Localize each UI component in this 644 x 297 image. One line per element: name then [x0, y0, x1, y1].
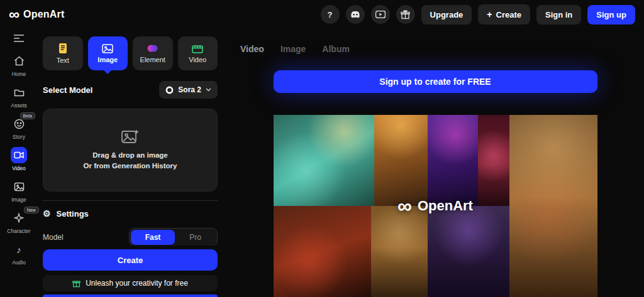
top-header: ∞ OpenArt ? Upgrade + Create	[0, 0, 644, 29]
panel-divider	[43, 200, 218, 201]
showcase-collage: ∞ OpenArt	[274, 115, 597, 297]
speed-option-pro[interactable]: Pro	[175, 230, 216, 245]
collage-image-red-dress-woman	[274, 206, 371, 297]
discord-button[interactable]	[346, 5, 365, 24]
select-model-label: Select Model	[43, 85, 92, 95]
settings-heading: Settings	[57, 209, 89, 219]
model-row-label: Model	[43, 233, 64, 242]
green-gift-icon	[72, 279, 80, 288]
help-button[interactable]: ?	[321, 5, 340, 24]
hamburger-icon	[13, 34, 25, 43]
folder-icon	[11, 84, 27, 100]
dropzone-line1: Drag & drop an image	[92, 150, 168, 161]
gallery-tab-image[interactable]: Image	[280, 44, 306, 54]
tab-text[interactable]: Text	[43, 36, 83, 70]
image-icon	[11, 178, 27, 195]
logo-text: OpenArt	[23, 9, 64, 20]
sidebar-label-character: Character	[7, 228, 30, 234]
gift-icon	[401, 10, 410, 19]
model-dropdown-value: Sora 2	[178, 85, 201, 94]
model-dropdown[interactable]: Sora 2	[159, 81, 218, 99]
character-new-badge: New	[24, 207, 39, 213]
youtube-icon	[375, 11, 386, 18]
home-icon	[11, 53, 27, 69]
model-speed-row: Model Fast Pro	[43, 228, 218, 247]
sidebar-item-story[interactable]: Beta Story	[11, 116, 27, 140]
tab-element[interactable]: Element	[133, 36, 173, 70]
image-plus-icon	[121, 129, 140, 145]
sidebar-label-image: Image	[11, 197, 26, 203]
sign-in-button[interactable]: Sign in	[536, 5, 581, 24]
dropzone-line2: Or from Generation History	[84, 161, 177, 171]
create-button[interactable]: Create	[43, 249, 218, 271]
sidebar-label-home: Home	[12, 71, 26, 77]
sign-up-label: Sign up	[596, 10, 626, 19]
sign-up-button[interactable]: Sign up	[587, 5, 635, 24]
tab-video-label: Video	[189, 56, 206, 63]
chevron-down-icon	[206, 88, 211, 92]
gallery-tab-album[interactable]: Album	[322, 44, 350, 54]
text-doc-icon	[58, 43, 68, 54]
sidebar-collapse-button[interactable]	[13, 34, 25, 43]
collage-image-dragon	[274, 115, 374, 206]
sidebar-label-audio: Audio	[12, 259, 26, 266]
free-creativity-button[interactable]: Unleash your creativity for free	[43, 275, 218, 291]
clapperboard-icon	[192, 43, 203, 53]
upgrade-label: Upgrade	[430, 10, 464, 19]
sidebar-item-assets[interactable]: Assets	[11, 84, 27, 109]
discord-icon	[350, 10, 360, 19]
image-dropzone[interactable]: Drag & drop an image Or from Generation …	[43, 109, 218, 192]
sidebar-item-audio[interactable]: ♪ Audio	[11, 241, 27, 266]
video-camera-icon	[11, 147, 27, 163]
collage-left-grid	[274, 115, 509, 297]
gallery-tabs: Video Image Album	[226, 29, 350, 54]
story-beta-badge: Beta	[20, 112, 35, 119]
gift-button[interactable]	[396, 5, 415, 24]
generation-panel: Text Image Element Video	[38, 29, 226, 297]
header-create-label: Create	[496, 10, 521, 19]
collage-image-purple-warrior	[428, 206, 509, 297]
sidebar-item-home[interactable]: Home	[11, 53, 27, 77]
header-actions: ? Upgrade + Create Sign in Sign	[321, 4, 635, 24]
sidebar-item-video[interactable]: Video	[11, 147, 27, 171]
speed-segmented-control: Fast Pro	[129, 228, 218, 247]
element-circles-icon	[147, 43, 158, 53]
left-sidebar: Home Assets Beta Story Video Image	[0, 29, 38, 297]
tab-image-label: Image	[97, 56, 118, 63]
gallery-tab-video[interactable]: Video	[240, 44, 264, 54]
sign-in-label: Sign in	[545, 10, 572, 19]
gear-icon: ⚙	[43, 208, 51, 219]
collage-image-fantasy-temple	[371, 206, 428, 297]
signup-cta-button[interactable]: Sign up to create for FREE	[274, 70, 597, 93]
mode-tabs: Text Image Element Video	[43, 36, 218, 70]
upgrade-button[interactable]: Upgrade	[421, 5, 472, 24]
tab-image[interactable]: Image	[88, 36, 128, 70]
collage-image-bicycle-girl	[509, 115, 597, 297]
music-note-icon: ♪	[11, 241, 27, 257]
panel-footer: Create Unleash your creativity for free	[43, 246, 218, 297]
openart-logo[interactable]: ∞ OpenArt	[9, 8, 65, 21]
tab-text-label: Text	[57, 57, 69, 64]
speed-option-fast[interactable]: Fast	[131, 230, 175, 245]
partial-scrolled-element	[43, 294, 218, 297]
free-creativity-label: Unleash your creativity for free	[86, 279, 188, 288]
sidebar-item-character[interactable]: New Character	[7, 210, 30, 234]
sidebar-label-assets: Assets	[11, 102, 27, 109]
tab-video[interactable]: Video	[178, 36, 218, 70]
sora-model-icon	[165, 86, 174, 94]
main-content: Video Image Album Sign up to create for …	[226, 29, 644, 297]
collage-image-cyberpunk-girl	[428, 115, 478, 206]
image-tab-icon	[102, 44, 113, 53]
sidebar-label-video: Video	[12, 165, 26, 171]
infinity-logo-icon: ∞	[9, 8, 19, 21]
collage-image-autumn-girl	[374, 115, 428, 206]
header-create-button[interactable]: + Create	[478, 4, 530, 24]
youtube-button[interactable]	[371, 5, 390, 24]
tab-element-label: Element	[140, 56, 165, 63]
sidebar-label-story: Story	[13, 134, 25, 140]
sidebar-item-image[interactable]: Image	[11, 178, 27, 203]
collage-image-ramen-girl	[478, 115, 509, 206]
plus-icon: +	[487, 9, 492, 19]
help-icon: ?	[328, 10, 333, 19]
